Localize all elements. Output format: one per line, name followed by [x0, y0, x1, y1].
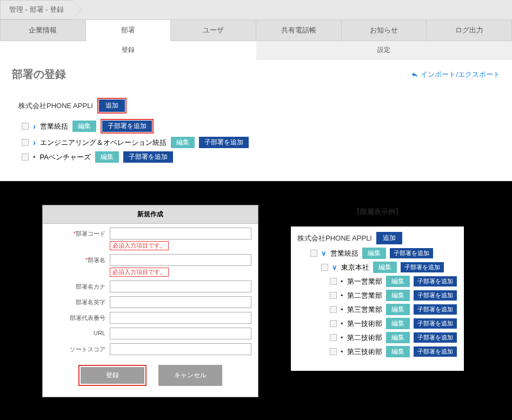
tree-row: •第三技術部編集子部署を追加 [297, 346, 457, 357]
form-row: *部署コード必須入力項目です。 [43, 224, 258, 250]
sub-tab-1[interactable]: 設定 [256, 41, 513, 59]
tree-item-label: 第二営業部 [347, 291, 382, 301]
edit-button[interactable]: 編集 [95, 151, 119, 163]
cancel-button[interactable]: キャンセル [158, 365, 222, 386]
main-tab-2[interactable]: ユーザ [171, 19, 256, 41]
sub-tab-0[interactable]: 登録 [0, 41, 256, 59]
tree-item-label: 第三営業部 [347, 305, 382, 315]
highlight-add-child: 子部署を追加 [101, 119, 154, 134]
checkbox-icon[interactable] [330, 320, 337, 327]
text-input-3[interactable] [110, 296, 251, 308]
checkbox-icon[interactable] [330, 334, 337, 341]
ex-l1-label: 営業統括 [330, 249, 358, 258]
edit-button[interactable]: 編集 [386, 346, 410, 357]
checkbox-icon[interactable] [321, 264, 328, 271]
tree-item-label: 第二技術部 [347, 333, 382, 343]
main-tabs: 企業情報部署ユーザ共有電話帳お知らせログ出力 [0, 19, 512, 41]
form-label: 部署名英字 [49, 296, 110, 306]
text-input-1[interactable] [110, 254, 251, 266]
required-mark: * [74, 230, 76, 237]
add-button[interactable]: 追加 [99, 99, 125, 112]
form-row: URL [43, 324, 258, 339]
ex-add-button[interactable]: 追加 [376, 232, 402, 244]
edit-button[interactable]: 編集 [386, 276, 410, 287]
add-child-button[interactable]: 子部署を追加 [414, 304, 457, 315]
edit-button[interactable]: 編集 [386, 290, 410, 301]
add-child-button[interactable]: 子部署を追加 [123, 151, 173, 163]
main-tab-3[interactable]: 共有電話帳 [256, 19, 342, 41]
tree-item-label: エンジニアリング＆オペレーション統括 [40, 138, 167, 148]
dept-tree: 株式会社PHONE APPLI 追加 ›営業統括編集子部署を追加›エンジニアリン… [0, 87, 512, 181]
form-label: 部署代表番号 [49, 312, 110, 322]
main-tab-0[interactable]: 企業情報 [0, 19, 86, 41]
tree-row: •PAベンチャーズ編集子部署を追加 [18, 151, 494, 163]
text-input-2[interactable] [110, 281, 251, 292]
bullet-icon: • [341, 334, 343, 342]
edit-button[interactable]: 編集 [171, 137, 195, 148]
add-child-button[interactable]: 子部署を追加 [414, 318, 457, 329]
checkbox-icon[interactable] [310, 250, 317, 257]
example-title: 【階層表示例】 [291, 207, 464, 217]
tree-item-label: 第一営業部 [347, 277, 382, 286]
highlight-add: 追加 [97, 98, 127, 114]
edit-button[interactable]: 編集 [362, 248, 386, 259]
form-row: 部署名カナ [43, 277, 258, 292]
add-child-button[interactable]: 子部署を追加 [414, 346, 457, 357]
tree-root-label: 株式会社PHONE APPLI [18, 101, 93, 111]
add-child-button[interactable]: 子部署を追加 [414, 290, 457, 301]
new-dept-dialog: 新規作成 *部署コード必須入力項目です。*部署名必須入力項目です。部署名カナ部署… [42, 205, 258, 397]
add-child-button[interactable]: 子部署を追加 [199, 137, 249, 148]
form-label: URL [49, 328, 110, 336]
bullet-icon: • [341, 291, 343, 299]
edit-button[interactable]: 編集 [386, 304, 410, 315]
bullet-icon: • [341, 319, 343, 328]
text-input-6[interactable] [110, 343, 251, 355]
checkbox-icon[interactable] [22, 139, 29, 146]
main-tab-1[interactable]: 部署 [86, 19, 171, 41]
checkbox-icon[interactable] [22, 154, 29, 161]
highlight-submit: 登録 [78, 365, 147, 386]
tree-item-label: 第一技術部 [347, 319, 382, 329]
submit-button[interactable]: 登録 [81, 367, 144, 384]
tree-row: ›営業統括編集子部署を追加 [18, 119, 494, 134]
checkbox-icon[interactable] [22, 123, 29, 130]
checkbox-icon[interactable] [330, 278, 337, 285]
main-tab-4[interactable]: お知らせ [342, 19, 427, 41]
add-child-button[interactable]: 子部署を追加 [401, 262, 444, 272]
form-label: 部署名カナ [49, 281, 110, 291]
error-message: 必須入力項目です。 [110, 241, 169, 250]
add-child-button[interactable]: 子部署を追加 [390, 248, 433, 258]
breadcrumb: 管理 - 部署 - 登録 [0, 0, 512, 19]
import-export-link[interactable]: インポート/エクスポート [411, 70, 500, 79]
edit-button[interactable]: 編集 [373, 262, 397, 273]
edit-button[interactable]: 編集 [72, 121, 96, 132]
tree-item-label: PAベンチャーズ [40, 152, 91, 162]
breadcrumb-text: 管理 - 部署 - 登録 [0, 0, 72, 19]
main-tab-5[interactable]: ログ出力 [427, 19, 512, 41]
tree-item-label: 営業統括 [40, 122, 68, 131]
bullet-icon: • [33, 153, 36, 161]
tree-row: •第二営業部編集子部署を追加 [297, 290, 457, 301]
checkbox-icon[interactable] [330, 306, 337, 313]
bullet-icon: • [341, 305, 343, 314]
edit-button[interactable]: 編集 [386, 318, 410, 329]
text-input-0[interactable] [110, 228, 251, 239]
add-child-button[interactable]: 子部署を追加 [414, 276, 457, 286]
checkbox-icon[interactable] [330, 292, 337, 299]
chevron-right-icon[interactable]: › [33, 122, 36, 131]
bullet-icon: • [341, 348, 343, 356]
checkbox-icon[interactable] [330, 348, 337, 355]
hierarchy-example: 株式会社PHONE APPLI 追加 ∨ 営業統括 編集 子部署を追加 ∨ 東京… [291, 226, 464, 371]
add-child-button[interactable]: 子部署を追加 [102, 121, 152, 132]
tree-row: ›エンジニアリング＆オペレーション統括編集子部署を追加 [18, 137, 494, 148]
edit-button[interactable]: 編集 [386, 332, 410, 343]
text-input-5[interactable] [110, 328, 251, 339]
text-input-4[interactable] [110, 312, 251, 324]
form-row: ソートスコア [43, 339, 258, 355]
dialog-title: 新規作成 [43, 205, 258, 224]
add-child-button[interactable]: 子部署を追加 [414, 332, 457, 343]
chevron-down-icon[interactable]: ∨ [321, 249, 327, 257]
chevron-right-icon[interactable]: › [33, 138, 36, 148]
chevron-down-icon[interactable]: ∨ [332, 263, 337, 271]
form-row: *部署名必須入力項目です。 [43, 250, 258, 277]
